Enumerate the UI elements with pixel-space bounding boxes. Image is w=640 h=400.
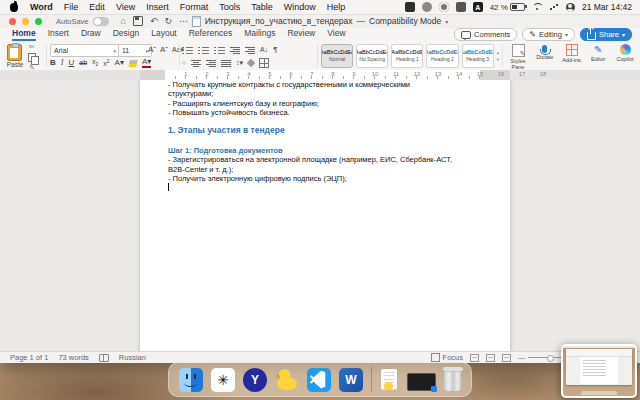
undo-icon[interactable]: ↶ — [150, 17, 158, 26]
zoom-knob[interactable] — [547, 355, 554, 362]
proofing-status-icon[interactable] — [99, 354, 109, 362]
add-ins-button[interactable]: Add-ins — [559, 44, 585, 63]
zoom-out-icon[interactable]: — — [518, 354, 525, 361]
screenshot-dock-icon[interactable] — [407, 373, 436, 391]
styles-gallery-scroll[interactable]: ▴▾ — [497, 50, 499, 62]
vscode-dock-icon[interactable] — [307, 368, 331, 392]
increase-indent-button[interactable] — [245, 47, 255, 54]
gear-icon[interactable] — [439, 2, 449, 12]
focus-mode-button[interactable]: Focus — [431, 353, 463, 362]
status-app-icon[interactable] — [405, 2, 415, 12]
style-card-heading-3[interactable]: AaBbCcDdEeHeading 3 — [462, 44, 494, 68]
tab-review[interactable]: Review — [287, 28, 315, 41]
read-mode-icon[interactable] — [470, 354, 479, 362]
copy-icon[interactable] — [28, 53, 36, 62]
copilot-button[interactable]: Copilot — [612, 44, 638, 62]
trash-dock-icon[interactable] — [444, 369, 461, 391]
screenshot-thumbnail[interactable] — [561, 344, 637, 398]
numbering-button[interactable] — [198, 47, 209, 54]
word-dock-icon[interactable]: W — [339, 368, 363, 392]
menu-item-window[interactable]: Window — [284, 2, 316, 12]
yandex-dock-icon[interactable]: Y — [243, 368, 267, 392]
font-color-button[interactable]: A▾ — [142, 58, 151, 68]
paste-icon[interactable] — [7, 44, 22, 61]
menu-item-tools[interactable]: Tools — [219, 2, 240, 12]
menu-item-help[interactable]: Help — [327, 2, 346, 12]
apple-menu-icon[interactable] — [10, 3, 18, 12]
paste-button[interactable]: Paste — [4, 61, 26, 68]
shading-button[interactable] — [247, 59, 255, 67]
style-card-normal[interactable]: AaBbCcDdEeNormal — [321, 44, 353, 68]
comments-button[interactable]: Comments — [454, 28, 517, 41]
underline-button[interactable]: U — [68, 58, 74, 68]
subscript-button[interactable]: x2 — [92, 57, 98, 69]
style-card-heading-1[interactable]: AaBbCcDdEHeading 1 — [391, 44, 423, 68]
web-layout-icon[interactable] — [502, 354, 511, 362]
highlight-color-button[interactable] — [128, 60, 137, 67]
tab-view[interactable]: View — [327, 28, 345, 41]
grow-font-button[interactable]: Aˆ — [148, 44, 156, 55]
shrink-font-button[interactable]: Aˇ — [160, 44, 168, 55]
strikethrough-button[interactable]: ab — [79, 58, 87, 68]
bullets-button[interactable] — [182, 47, 193, 54]
minimize-window-button[interactable] — [22, 18, 29, 25]
styles-pane-button[interactable]: Styles Pane — [505, 44, 531, 70]
battery-indicator[interactable]: 42 % — [490, 3, 525, 12]
more-actions-icon[interactable]: ⋯ — [179, 17, 188, 26]
scroll-down-icon[interactable]: ▾ — [497, 57, 499, 62]
align-left-button[interactable] — [182, 61, 186, 65]
finder-dock-icon[interactable] — [179, 368, 203, 392]
input-source-icon[interactable]: A — [473, 2, 483, 12]
menu-item-format[interactable]: Format — [180, 2, 209, 12]
style-card-no-spacing[interactable]: AaBbCcDdEeNo Spacing — [356, 44, 388, 68]
tab-layout[interactable]: Layout — [151, 28, 177, 41]
redo-icon[interactable]: ↻ — [165, 17, 173, 26]
status-app-icon[interactable] — [456, 2, 466, 12]
print-layout-icon[interactable] — [486, 354, 495, 362]
menu-clock[interactable]: 21 Mar 14:42 — [582, 2, 632, 12]
zoom-slider[interactable]: — — [518, 354, 562, 361]
sort-button[interactable]: A↓ — [260, 45, 268, 55]
zoom-track[interactable] — [528, 357, 562, 358]
editor-button[interactable]: ✎Editor — [585, 44, 611, 62]
close-window-button[interactable] — [9, 18, 16, 25]
chatgpt-dock-icon[interactable]: ✳ — [211, 368, 235, 392]
font-name-select[interactable]: Arial▾ — [50, 44, 120, 57]
tab-mailings[interactable]: Mailings — [244, 28, 275, 41]
menu-item-file[interactable]: File — [64, 2, 79, 12]
menu-item-word[interactable]: Word — [30, 2, 53, 12]
italic-button[interactable]: I — [61, 58, 64, 68]
bold-button[interactable]: B — [50, 58, 56, 68]
zoom-window-button[interactable] — [35, 18, 42, 25]
show-paragraph-marks-button[interactable]: ¶ — [273, 45, 277, 55]
superscript-button[interactable]: x2 — [103, 56, 109, 69]
dictate-button[interactable]: Dictate — [532, 44, 558, 60]
share-button[interactable]: Share ▾ — [580, 28, 632, 41]
align-center-button[interactable] — [191, 60, 201, 67]
scroll-up-icon[interactable]: ▴ — [497, 50, 499, 55]
tab-insert[interactable]: Insert — [48, 28, 69, 41]
downloads-dock-icon[interactable] — [380, 368, 399, 392]
menu-item-table[interactable]: Table — [251, 2, 273, 12]
editing-mode-button[interactable]: ✎ Editing ▾ — [522, 28, 575, 41]
tab-references[interactable]: References — [189, 28, 232, 41]
tab-draw[interactable]: Draw — [81, 28, 101, 41]
save-icon[interactable] — [133, 16, 143, 26]
cut-icon[interactable]: ✂ — [29, 43, 35, 51]
tab-home[interactable]: Home — [12, 28, 36, 41]
control-center-icon[interactable] — [549, 3, 559, 11]
duck-dock-icon[interactable] — [275, 368, 299, 392]
autosave-toggle[interactable] — [93, 17, 109, 26]
font-size-select[interactable]: 11▾ — [118, 44, 152, 57]
document-page[interactable]: - Получать крупные контракты с государст… — [140, 80, 510, 352]
chevron-down-icon[interactable]: ▾ — [445, 18, 448, 25]
align-right-button[interactable] — [206, 60, 216, 67]
line-spacing-button[interactable]: ↕▾ — [236, 58, 243, 68]
word-count[interactable]: 73 words — [58, 353, 88, 362]
borders-button[interactable] — [259, 58, 269, 68]
tab-design[interactable]: Design — [113, 28, 139, 41]
decrease-indent-button[interactable] — [230, 47, 240, 54]
justify-button[interactable] — [221, 60, 231, 67]
language-indicator[interactable]: Russian — [119, 353, 146, 362]
menu-item-edit[interactable]: Edit — [89, 2, 105, 12]
